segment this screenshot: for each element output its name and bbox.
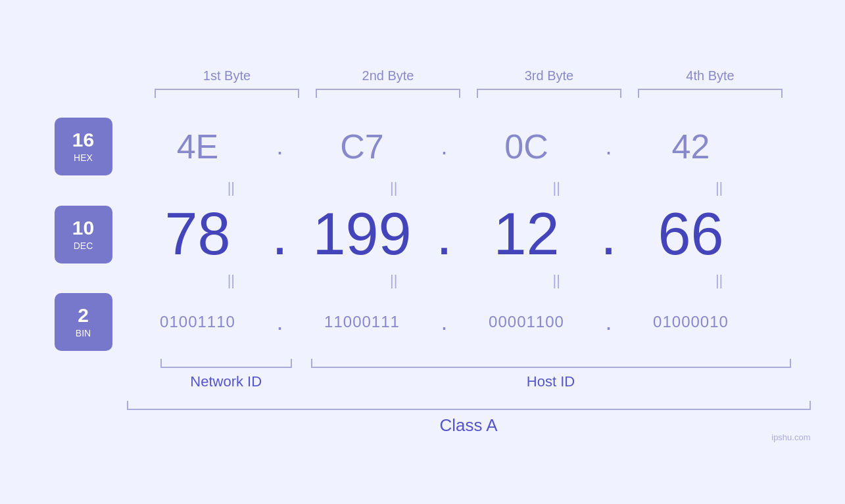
top-brackets <box>147 89 791 98</box>
bin-badge-label: BIN <box>76 328 91 338</box>
network-id-label: Network ID <box>190 373 262 390</box>
dec-byte-1: 78 <box>126 200 270 268</box>
bin-values: 01001110 . 11000111 . 00001100 . 0100001… <box>126 308 791 336</box>
hex-byte-3: 0C <box>454 127 599 166</box>
eq-3: || <box>485 179 628 196</box>
class-row: Class A <box>147 401 791 436</box>
bracket-1 <box>155 89 299 98</box>
bin-badge-number: 2 <box>78 306 89 325</box>
equals-row-2: || || || || <box>160 272 791 289</box>
eq2-4: || <box>648 272 791 289</box>
dec-badge-number: 10 <box>72 218 94 238</box>
host-id-section: Host ID <box>311 359 791 390</box>
dec-dot-3: . <box>599 200 619 268</box>
eq2-3: || <box>485 272 628 289</box>
segment-labels-row: Network ID Host ID <box>160 359 791 390</box>
eq-4: || <box>648 179 791 196</box>
eq-1: || <box>160 179 303 196</box>
dec-values: 78 . 199 . 12 . 66 <box>126 200 791 268</box>
bin-byte-4: 01000010 <box>619 313 763 331</box>
bracket-3 <box>477 89 621 98</box>
bin-dot-2: . <box>435 308 454 336</box>
equals-row-1: || || || || <box>160 179 791 196</box>
bin-dot-3: . <box>599 308 619 336</box>
byte-header-2: 2nd Byte <box>316 68 460 83</box>
dec-badge-label: DEC <box>74 241 93 251</box>
watermark: ipshu.com <box>771 432 810 442</box>
hex-dot-1: . <box>270 133 290 160</box>
bracket-2 <box>316 89 460 98</box>
network-id-section: Network ID <box>160 359 293 390</box>
dec-dot-2: . <box>435 200 454 268</box>
bin-byte-3: 00001100 <box>454 313 599 331</box>
byte-headers-row: 1st Byte 2nd Byte 3rd Byte 4th Byte <box>147 68 791 83</box>
eq2-1: || <box>160 272 303 289</box>
dec-badge: 10 DEC <box>55 206 112 263</box>
eq-2: || <box>322 179 466 196</box>
hex-badge: 16 HEX <box>55 118 112 175</box>
hex-row: 16 HEX 4E . C7 . 0C . 42 <box>55 118 791 175</box>
byte-header-1: 1st Byte <box>155 68 299 83</box>
dec-row: 10 DEC 78 . 199 . 12 . 66 <box>55 200 791 268</box>
main-container: 1st Byte 2nd Byte 3rd Byte 4th Byte 16 H… <box>28 55 817 449</box>
network-bracket <box>160 359 292 368</box>
host-id-label: Host ID <box>527 373 575 390</box>
hex-dot-3: . <box>599 133 619 160</box>
hex-values: 4E . C7 . 0C . 42 <box>126 127 791 166</box>
class-bracket <box>127 401 811 410</box>
hex-byte-1: 4E <box>126 127 270 166</box>
hex-dot-2: . <box>435 133 454 160</box>
hex-badge-number: 16 <box>72 130 94 150</box>
bin-dot-1: . <box>270 308 290 336</box>
dec-byte-2: 199 <box>290 200 435 268</box>
hex-byte-4: 42 <box>619 127 763 166</box>
bracket-4 <box>638 89 783 98</box>
byte-header-3: 3rd Byte <box>477 68 621 83</box>
bin-byte-2: 11000111 <box>290 313 435 331</box>
bin-byte-1: 01001110 <box>126 313 270 331</box>
eq2-2: || <box>322 272 466 289</box>
hex-badge-label: HEX <box>74 152 93 163</box>
bin-row: 2 BIN 01001110 . 11000111 . 00001100 . 0… <box>55 293 791 351</box>
hex-byte-2: C7 <box>290 127 435 166</box>
bin-badge: 2 BIN <box>55 293 112 351</box>
dec-byte-4: 66 <box>619 200 763 268</box>
dec-byte-3: 12 <box>454 200 599 268</box>
dec-dot-1: . <box>270 200 290 268</box>
class-label: Class A <box>439 415 497 436</box>
byte-header-4: 4th Byte <box>638 68 783 83</box>
host-bracket <box>311 359 791 368</box>
